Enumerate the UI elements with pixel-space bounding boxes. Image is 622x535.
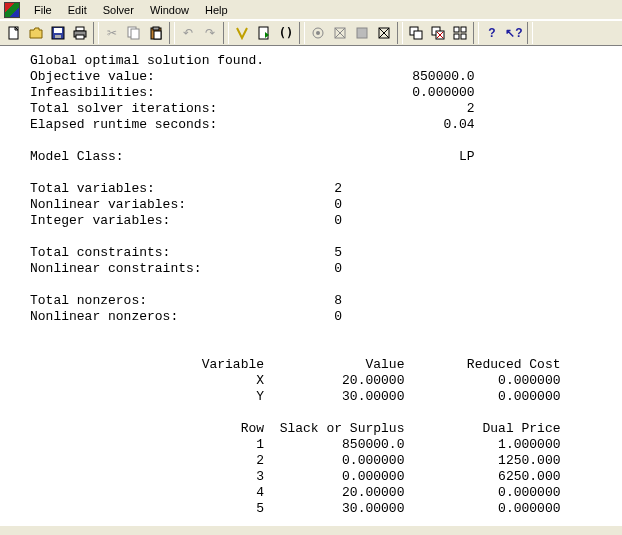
paste-button[interactable] bbox=[145, 22, 167, 44]
help-icon: ? bbox=[488, 26, 495, 40]
match-paren-button[interactable]: () bbox=[275, 22, 297, 44]
menu-file[interactable]: File bbox=[26, 2, 60, 18]
close-all-icon bbox=[431, 26, 445, 40]
svg-rect-18 bbox=[357, 28, 367, 38]
solve-icon bbox=[311, 26, 325, 40]
svg-rect-31 bbox=[461, 34, 466, 39]
save-icon bbox=[51, 26, 65, 40]
svg-rect-2 bbox=[54, 28, 62, 33]
new-icon bbox=[7, 26, 21, 40]
undo-button[interactable]: ↶ bbox=[177, 22, 199, 44]
match-paren-icon: () bbox=[279, 26, 293, 40]
solution-button[interactable] bbox=[329, 22, 351, 44]
svg-rect-3 bbox=[55, 35, 61, 38]
goto-icon bbox=[257, 26, 271, 40]
print-button[interactable] bbox=[69, 22, 91, 44]
redo-button[interactable]: ↷ bbox=[199, 22, 221, 44]
options-icon bbox=[377, 26, 391, 40]
matrix-picture-button[interactable] bbox=[351, 22, 373, 44]
svg-rect-6 bbox=[76, 35, 84, 39]
toolbar-separator bbox=[473, 22, 479, 44]
solve-button[interactable] bbox=[307, 22, 329, 44]
options-button[interactable] bbox=[373, 22, 395, 44]
svg-rect-30 bbox=[454, 34, 459, 39]
svg-rect-10 bbox=[153, 27, 159, 30]
menu-help[interactable]: Help bbox=[197, 2, 236, 18]
menubar: File Edit Solver Window Help bbox=[0, 0, 622, 20]
menu-edit[interactable]: Edit bbox=[60, 2, 95, 18]
send-to-back-button[interactable] bbox=[405, 22, 427, 44]
matrix-picture-icon bbox=[355, 26, 369, 40]
tile-icon bbox=[453, 26, 467, 40]
new-button[interactable] bbox=[3, 22, 25, 44]
svg-rect-23 bbox=[414, 31, 422, 39]
svg-rect-12 bbox=[259, 27, 268, 39]
undo-icon: ↶ bbox=[183, 26, 193, 40]
toolbar-separator bbox=[397, 22, 403, 44]
save-button[interactable] bbox=[47, 22, 69, 44]
toolbar-separator bbox=[223, 22, 229, 44]
svg-rect-4 bbox=[76, 27, 84, 31]
menu-solver[interactable]: Solver bbox=[95, 2, 142, 18]
context-help-button[interactable]: ↖? bbox=[503, 22, 525, 44]
copy-button[interactable] bbox=[123, 22, 145, 44]
toolbar: ✂ ↶ ↷ () ? ↖? bbox=[0, 20, 622, 46]
cut-button[interactable]: ✂ bbox=[101, 22, 123, 44]
find-icon bbox=[235, 26, 249, 40]
help-button[interactable]: ? bbox=[481, 22, 503, 44]
app-icon bbox=[4, 2, 20, 18]
toolbar-separator bbox=[527, 22, 533, 44]
send-to-back-icon bbox=[409, 26, 423, 40]
toolbar-separator bbox=[169, 22, 175, 44]
open-icon bbox=[29, 26, 43, 40]
svg-rect-8 bbox=[131, 29, 139, 39]
context-help-icon: ↖? bbox=[505, 26, 522, 40]
cut-icon: ✂ bbox=[107, 26, 117, 40]
solution-icon bbox=[333, 26, 347, 40]
paste-icon bbox=[149, 26, 163, 40]
goto-line-button[interactable] bbox=[253, 22, 275, 44]
toolbar-separator bbox=[299, 22, 305, 44]
svg-rect-11 bbox=[154, 31, 161, 39]
svg-rect-28 bbox=[454, 27, 459, 32]
find-button[interactable] bbox=[231, 22, 253, 44]
tile-button[interactable] bbox=[449, 22, 471, 44]
open-button[interactable] bbox=[25, 22, 47, 44]
redo-icon: ↷ bbox=[205, 26, 215, 40]
close-all-button[interactable] bbox=[427, 22, 449, 44]
svg-point-14 bbox=[316, 31, 320, 35]
svg-rect-29 bbox=[461, 27, 466, 32]
copy-icon bbox=[127, 26, 141, 40]
print-icon bbox=[73, 26, 87, 40]
solution-report: Global optimal solution found. Objective… bbox=[0, 46, 622, 526]
toolbar-separator bbox=[93, 22, 99, 44]
menu-window[interactable]: Window bbox=[142, 2, 197, 18]
